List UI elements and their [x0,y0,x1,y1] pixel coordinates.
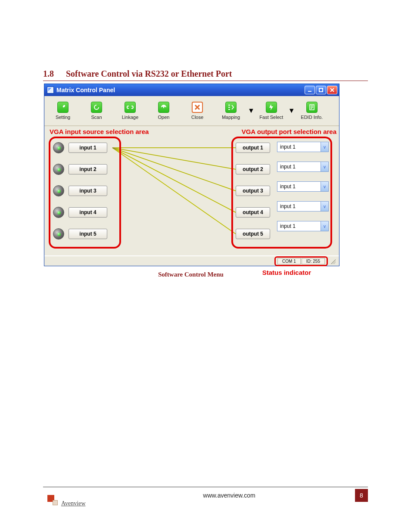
toolbar-fastselect[interactable]: Fast Select [255,102,288,120]
figure-caption-row: Software Control Menu Status indicator [43,271,339,278]
page-number: 8 [355,489,368,502]
toolbar-edid[interactable]: EDID Info. [295,102,329,120]
maximize-button[interactable] [316,86,326,94]
input-chip[interactable]: input 3 [68,186,107,196]
dropdown-icon[interactable]: ▼ [288,107,295,115]
wrench-icon [57,102,68,113]
output-select[interactable]: input 1 v [277,201,329,212]
input-row: input 5 [53,228,107,240]
output-chip[interactable]: output 5 [236,229,270,239]
input-knob-icon[interactable] [53,207,64,218]
edid-icon [306,102,318,113]
toolbar-linkage[interactable]: Linkage [113,102,147,120]
select-value: input 1 [277,144,321,150]
chevron-down-icon: v [321,162,328,171]
app-window: Matrix Control Panel Setting Scan [44,84,339,266]
close-window-button[interactable] [327,86,337,94]
inputs-column: input 1 input 2 input 3 input 4 input 5 [53,142,107,240]
toolbar: Setting Scan Linkage Open Close [44,96,339,126]
toolbar-label: EDID Info. [301,115,323,120]
statusbar: COM 1 ID: 255 [44,255,339,266]
svg-line-10 [112,148,236,212]
output-row: output 4 [236,206,270,218]
svg-line-8 [112,148,236,169]
output-select[interactable]: input 1 v [277,162,329,172]
output-row: output 2 [236,163,270,175]
chevron-down-icon: v [321,221,328,231]
select-value: input 1 [277,223,321,229]
input-chip[interactable]: input 1 [68,143,107,153]
chevron-down-icon: v [321,202,328,211]
avenview-logo-icon [47,495,59,507]
dropdown-icon[interactable]: ▼ [248,107,255,115]
section-title: Software Control via RS232 or Ethernet P… [66,69,232,78]
svg-line-9 [112,148,236,191]
status-id: ID: 255 [302,258,325,264]
output-select[interactable]: input 1 v [277,142,329,152]
output-chip[interactable]: output 2 [236,164,270,174]
input-row: input 2 [53,163,107,175]
brand-logo: Avenview [47,495,86,507]
input-knob-icon[interactable] [53,164,64,175]
svg-line-4 [112,148,236,191]
linkage-icon [125,102,136,113]
output-select-column: input 1 v input 1 v input 1 v input 1 v … [277,142,329,231]
status-indicator-highlight: COM 1 ID: 255 [274,256,328,266]
mapping-icon [225,102,237,113]
input-row: input 1 [53,142,107,154]
output-chip[interactable]: output 3 [236,186,270,196]
svg-rect-0 [308,91,311,92]
output-select[interactable]: input 1 v [277,221,329,231]
annotation-status-indicator: Status indicator [262,269,311,276]
status-port: COM 1 [277,258,301,264]
toolbar-scan[interactable]: Scan [80,102,113,120]
page-footer: www.avenview.com 8 [43,487,368,502]
input-chip[interactable]: input 4 [68,207,107,218]
svg-line-11 [112,148,236,234]
input-knob-icon[interactable] [53,185,64,196]
close-icon [192,102,203,113]
svg-rect-1 [319,88,323,92]
toolbar-mapping[interactable]: Mapping [214,102,248,120]
input-chip[interactable]: input 5 [68,229,107,239]
toolbar-close[interactable]: Close [181,102,214,120]
select-value: input 1 [277,164,321,170]
figure-caption: Software Control Menu [158,271,224,278]
output-row: output 3 [236,185,270,197]
chevron-down-icon: v [321,182,328,191]
select-value: input 1 [277,203,321,209]
toolbar-open[interactable]: Open [147,102,181,120]
scan-icon [91,102,102,113]
titlebar: Matrix Control Panel [44,84,339,96]
section-number: 1.8 [43,69,54,78]
output-chip[interactable]: output 4 [236,207,270,218]
outputs-column: output 1 output 2 output 3 output 4 outp… [236,142,270,240]
fastselect-icon [266,102,277,113]
toolbar-label: Scan [91,115,102,120]
svg-line-6 [112,148,236,234]
select-value: input 1 [277,184,321,190]
section-heading: 1.8Software Control via RS232 or Etherne… [43,39,368,81]
output-row: output 1 [236,142,270,154]
canvas-area: VGA input source selection area VGA outp… [44,126,339,255]
input-knob-icon[interactable] [53,228,64,240]
annotation-input-area: VGA input source selection area [50,128,149,135]
toolbar-label: Setting [56,115,70,120]
output-chip[interactable]: output 1 [236,143,270,153]
input-knob-icon[interactable] [53,142,64,153]
minimize-button[interactable] [305,86,315,94]
svg-line-3 [112,148,236,169]
input-chip[interactable]: input 2 [68,164,107,174]
app-icon [47,87,54,93]
brand-name: Avenview [61,500,86,507]
open-icon [158,102,169,113]
chevron-down-icon: v [321,142,328,152]
window-title: Matrix Control Panel [56,87,115,93]
input-row: input 3 [53,185,107,197]
toolbar-label: Fast Select [259,115,283,120]
resize-grip-icon[interactable] [330,258,336,264]
toolbar-label: Linkage [122,115,139,120]
toolbar-setting[interactable]: Setting [46,102,80,120]
toolbar-label: Open [158,115,170,120]
output-select[interactable]: input 1 v [277,181,329,192]
